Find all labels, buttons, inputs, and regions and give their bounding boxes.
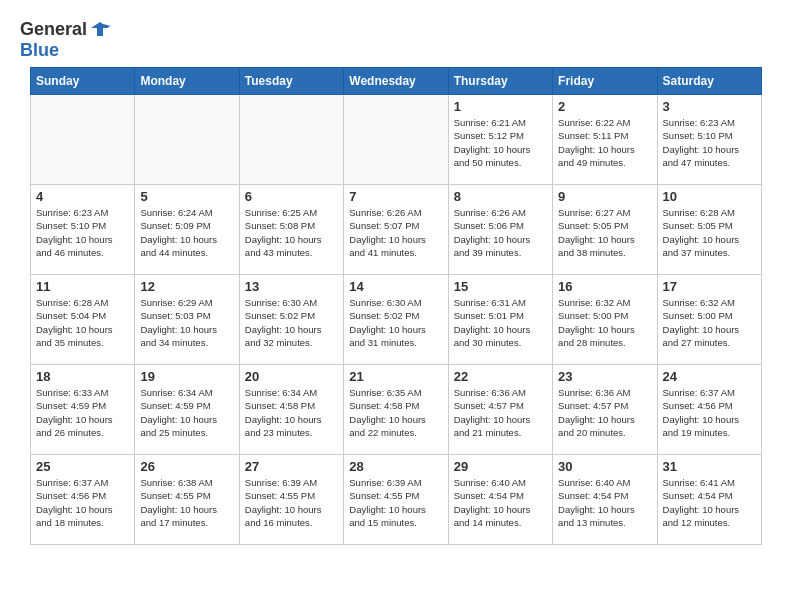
calendar-cell: 21Sunrise: 6:35 AM Sunset: 4:58 PM Dayli…: [344, 365, 448, 455]
calendar-cell: 17Sunrise: 6:32 AM Sunset: 5:00 PM Dayli…: [657, 275, 761, 365]
calendar-cell: 8Sunrise: 6:26 AM Sunset: 5:06 PM Daylig…: [448, 185, 552, 275]
day-number: 26: [140, 459, 233, 474]
calendar-cell: 20Sunrise: 6:34 AM Sunset: 4:58 PM Dayli…: [239, 365, 343, 455]
calendar-cell: 14Sunrise: 6:30 AM Sunset: 5:02 PM Dayli…: [344, 275, 448, 365]
calendar-cell: 15Sunrise: 6:31 AM Sunset: 5:01 PM Dayli…: [448, 275, 552, 365]
day-info: Sunrise: 6:34 AM Sunset: 4:59 PM Dayligh…: [140, 386, 233, 439]
calendar-week-row: 4Sunrise: 6:23 AM Sunset: 5:10 PM Daylig…: [31, 185, 762, 275]
col-header-wednesday: Wednesday: [344, 68, 448, 95]
col-header-friday: Friday: [553, 68, 657, 95]
header: General Blue: [10, 10, 782, 67]
col-header-tuesday: Tuesday: [239, 68, 343, 95]
day-number: 13: [245, 279, 338, 294]
day-info: Sunrise: 6:34 AM Sunset: 4:58 PM Dayligh…: [245, 386, 338, 439]
calendar: SundayMondayTuesdayWednesdayThursdayFrid…: [30, 67, 762, 545]
day-info: Sunrise: 6:40 AM Sunset: 4:54 PM Dayligh…: [558, 476, 651, 529]
day-info: Sunrise: 6:39 AM Sunset: 4:55 PM Dayligh…: [349, 476, 442, 529]
day-number: 24: [663, 369, 756, 384]
day-number: 18: [36, 369, 129, 384]
calendar-cell: 12Sunrise: 6:29 AM Sunset: 5:03 PM Dayli…: [135, 275, 239, 365]
day-info: Sunrise: 6:26 AM Sunset: 5:07 PM Dayligh…: [349, 206, 442, 259]
day-number: 22: [454, 369, 547, 384]
day-info: Sunrise: 6:29 AM Sunset: 5:03 PM Dayligh…: [140, 296, 233, 349]
calendar-cell: 1Sunrise: 6:21 AM Sunset: 5:12 PM Daylig…: [448, 95, 552, 185]
calendar-cell: 7Sunrise: 6:26 AM Sunset: 5:07 PM Daylig…: [344, 185, 448, 275]
day-info: Sunrise: 6:30 AM Sunset: 5:02 PM Dayligh…: [349, 296, 442, 349]
day-number: 1: [454, 99, 547, 114]
day-info: Sunrise: 6:37 AM Sunset: 4:56 PM Dayligh…: [663, 386, 756, 439]
day-info: Sunrise: 6:28 AM Sunset: 5:04 PM Dayligh…: [36, 296, 129, 349]
calendar-cell: 4Sunrise: 6:23 AM Sunset: 5:10 PM Daylig…: [31, 185, 135, 275]
calendar-cell: 10Sunrise: 6:28 AM Sunset: 5:05 PM Dayli…: [657, 185, 761, 275]
day-info: Sunrise: 6:36 AM Sunset: 4:57 PM Dayligh…: [558, 386, 651, 439]
day-number: 21: [349, 369, 442, 384]
calendar-week-row: 18Sunrise: 6:33 AM Sunset: 4:59 PM Dayli…: [31, 365, 762, 455]
calendar-cell: 5Sunrise: 6:24 AM Sunset: 5:09 PM Daylig…: [135, 185, 239, 275]
day-info: Sunrise: 6:27 AM Sunset: 5:05 PM Dayligh…: [558, 206, 651, 259]
logo: General Blue: [20, 18, 111, 61]
calendar-week-row: 1Sunrise: 6:21 AM Sunset: 5:12 PM Daylig…: [31, 95, 762, 185]
day-info: Sunrise: 6:31 AM Sunset: 5:01 PM Dayligh…: [454, 296, 547, 349]
day-info: Sunrise: 6:41 AM Sunset: 4:54 PM Dayligh…: [663, 476, 756, 529]
calendar-week-row: 25Sunrise: 6:37 AM Sunset: 4:56 PM Dayli…: [31, 455, 762, 545]
calendar-cell: 2Sunrise: 6:22 AM Sunset: 5:11 PM Daylig…: [553, 95, 657, 185]
day-number: 17: [663, 279, 756, 294]
day-number: 29: [454, 459, 547, 474]
day-number: 16: [558, 279, 651, 294]
calendar-cell: 3Sunrise: 6:23 AM Sunset: 5:10 PM Daylig…: [657, 95, 761, 185]
day-number: 11: [36, 279, 129, 294]
calendar-cell: 23Sunrise: 6:36 AM Sunset: 4:57 PM Dayli…: [553, 365, 657, 455]
day-info: Sunrise: 6:30 AM Sunset: 5:02 PM Dayligh…: [245, 296, 338, 349]
day-number: 27: [245, 459, 338, 474]
col-header-monday: Monday: [135, 68, 239, 95]
day-number: 23: [558, 369, 651, 384]
day-info: Sunrise: 6:23 AM Sunset: 5:10 PM Dayligh…: [36, 206, 129, 259]
day-info: Sunrise: 6:40 AM Sunset: 4:54 PM Dayligh…: [454, 476, 547, 529]
day-info: Sunrise: 6:35 AM Sunset: 4:58 PM Dayligh…: [349, 386, 442, 439]
day-number: 10: [663, 189, 756, 204]
calendar-cell: 29Sunrise: 6:40 AM Sunset: 4:54 PM Dayli…: [448, 455, 552, 545]
calendar-cell: [135, 95, 239, 185]
day-number: 7: [349, 189, 442, 204]
day-number: 28: [349, 459, 442, 474]
calendar-cell: [239, 95, 343, 185]
day-info: Sunrise: 6:39 AM Sunset: 4:55 PM Dayligh…: [245, 476, 338, 529]
day-number: 6: [245, 189, 338, 204]
svg-marker-0: [91, 22, 109, 36]
calendar-cell: 25Sunrise: 6:37 AM Sunset: 4:56 PM Dayli…: [31, 455, 135, 545]
calendar-cell: [344, 95, 448, 185]
day-number: 9: [558, 189, 651, 204]
day-info: Sunrise: 6:32 AM Sunset: 5:00 PM Dayligh…: [663, 296, 756, 349]
logo-blue-text: Blue: [20, 40, 59, 60]
calendar-cell: 18Sunrise: 6:33 AM Sunset: 4:59 PM Dayli…: [31, 365, 135, 455]
day-number: 15: [454, 279, 547, 294]
logo-general-text: General: [20, 19, 87, 40]
day-info: Sunrise: 6:28 AM Sunset: 5:05 PM Dayligh…: [663, 206, 756, 259]
day-number: 30: [558, 459, 651, 474]
day-info: Sunrise: 6:33 AM Sunset: 4:59 PM Dayligh…: [36, 386, 129, 439]
day-number: 8: [454, 189, 547, 204]
day-number: 31: [663, 459, 756, 474]
day-number: 25: [36, 459, 129, 474]
calendar-cell: 19Sunrise: 6:34 AM Sunset: 4:59 PM Dayli…: [135, 365, 239, 455]
day-info: Sunrise: 6:24 AM Sunset: 5:09 PM Dayligh…: [140, 206, 233, 259]
day-number: 4: [36, 189, 129, 204]
day-info: Sunrise: 6:37 AM Sunset: 4:56 PM Dayligh…: [36, 476, 129, 529]
day-info: Sunrise: 6:38 AM Sunset: 4:55 PM Dayligh…: [140, 476, 233, 529]
col-header-sunday: Sunday: [31, 68, 135, 95]
calendar-header-row: SundayMondayTuesdayWednesdayThursdayFrid…: [31, 68, 762, 95]
logo-bird-icon: [89, 18, 111, 40]
day-number: 3: [663, 99, 756, 114]
day-info: Sunrise: 6:23 AM Sunset: 5:10 PM Dayligh…: [663, 116, 756, 169]
day-number: 19: [140, 369, 233, 384]
calendar-cell: 30Sunrise: 6:40 AM Sunset: 4:54 PM Dayli…: [553, 455, 657, 545]
calendar-cell: 26Sunrise: 6:38 AM Sunset: 4:55 PM Dayli…: [135, 455, 239, 545]
day-number: 5: [140, 189, 233, 204]
day-info: Sunrise: 6:36 AM Sunset: 4:57 PM Dayligh…: [454, 386, 547, 439]
day-info: Sunrise: 6:25 AM Sunset: 5:08 PM Dayligh…: [245, 206, 338, 259]
day-number: 20: [245, 369, 338, 384]
col-header-saturday: Saturday: [657, 68, 761, 95]
calendar-cell: [31, 95, 135, 185]
calendar-cell: 28Sunrise: 6:39 AM Sunset: 4:55 PM Dayli…: [344, 455, 448, 545]
day-number: 14: [349, 279, 442, 294]
